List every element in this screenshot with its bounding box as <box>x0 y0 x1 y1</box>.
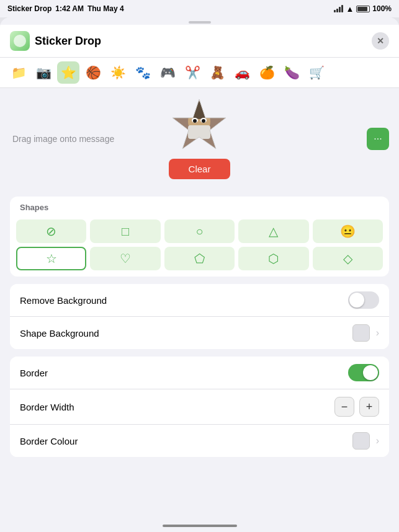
none-icon: ⊘ <box>46 224 56 239</box>
face-icon: 😐 <box>340 224 356 239</box>
toolbar-star[interactable]: ⭐ <box>57 61 79 84</box>
toolbar-fruit[interactable]: 🍊 <box>256 61 278 84</box>
shape-face[interactable]: 😐 <box>313 219 383 243</box>
star-icon: ☆ <box>46 251 57 266</box>
signal-icon <box>334 5 343 12</box>
modal-panel: 🌿 Sticker Drop ✕ 📁 📷 ⭐ 🏀 ☀️ 🐾 🎮 ✂️ 🧸 🚗 🍊… <box>0 17 399 532</box>
border-colour-label: Border Colour <box>20 436 78 446</box>
toolbar: 📁 📷 ⭐ 🏀 ☀️ 🐾 🎮 ✂️ 🧸 🚗 🍊 🍆 🛒 <box>0 58 399 88</box>
svg-point-8 <box>193 119 197 123</box>
toolbar-basketball[interactable]: 🏀 <box>82 61 104 84</box>
toolbar-cart[interactable]: 🛒 <box>305 61 328 84</box>
shape-circle[interactable]: ○ <box>164 219 235 243</box>
toolbar-camera[interactable]: 📷 <box>32 61 55 84</box>
shape-background-right: › <box>352 324 379 342</box>
circle-icon: ○ <box>195 224 203 239</box>
border-width-decrease[interactable]: − <box>334 397 354 417</box>
border-width-increase[interactable]: + <box>359 397 379 417</box>
triangle-icon: △ <box>269 224 278 239</box>
image-preview-container: Clear <box>169 98 231 179</box>
border-colour-swatch <box>352 432 370 450</box>
toggle-thumb <box>349 293 364 308</box>
border-toggle-thumb <box>363 365 378 380</box>
remove-background-label: Remove Background <box>20 295 107 306</box>
shape-background-label: Shape Background <box>20 328 99 339</box>
border-colour-right: › <box>352 432 379 450</box>
border-panel: Border Border Width − + Border Colour › <box>10 357 389 457</box>
star-image-svg <box>171 98 227 154</box>
shape-background-swatch <box>352 324 370 342</box>
shape-background-row[interactable]: Shape Background › <box>10 316 389 349</box>
svg-point-9 <box>202 119 205 123</box>
border-width-row: Border Width − + <box>10 389 389 424</box>
content-area: Drag image onto message <box>0 88 399 532</box>
toolbar-folder[interactable]: 📁 <box>7 61 30 84</box>
modal-title: Sticker Drop <box>35 35 101 48</box>
border-width-stepper: − + <box>334 397 379 417</box>
border-label: Border <box>20 368 48 378</box>
pentagon-icon: ⬠ <box>194 251 205 266</box>
shape-background-chevron: › <box>376 327 379 339</box>
pull-indicator <box>189 21 211 24</box>
app-icon: 🌿 <box>10 31 30 51</box>
border-colour-row[interactable]: Border Colour › <box>10 424 389 457</box>
square-icon: □ <box>122 224 129 239</box>
hexagon-icon: ⬡ <box>268 251 279 266</box>
border-row: Border <box>10 357 389 389</box>
border-width-label: Border Width <box>20 402 74 412</box>
toolbar-sun[interactable]: ☀️ <box>107 61 129 84</box>
shape-diamond[interactable]: ◇ <box>313 247 383 270</box>
modal-header: 🌿 Sticker Drop ✕ <box>0 25 399 58</box>
border-colour-chevron: › <box>376 435 379 446</box>
share-button[interactable]: ··· <box>367 128 389 150</box>
share-icon: ··· <box>374 133 382 144</box>
clear-button[interactable]: Clear <box>169 159 231 179</box>
shape-none[interactable]: ⊘ <box>16 219 86 243</box>
svg-point-5 <box>187 102 211 119</box>
background-panel: Remove Background Shape Background › <box>10 284 389 349</box>
status-right: ▲ 100% <box>334 4 392 14</box>
remove-background-row: Remove Background <box>10 284 389 316</box>
status-bar: Sticker Drop 1:42 AM Thu May 4 ▲ 100% <box>0 0 399 17</box>
toolbar-gamepad[interactable]: 🎮 <box>156 61 179 84</box>
drag-label: Drag image onto message <box>12 134 114 144</box>
shapes-title: Shapes <box>10 197 389 216</box>
app-name-status: Sticker Drop <box>7 4 52 13</box>
home-indicator <box>163 525 237 527</box>
heart-icon: ♡ <box>120 251 131 266</box>
shapes-panel: Shapes ⊘ □ ○ △ 😐 <box>10 197 389 277</box>
modal-title-group: 🌿 Sticker Drop <box>10 31 101 51</box>
close-button[interactable]: ✕ <box>372 32 389 50</box>
wifi-icon: ▲ <box>346 4 354 14</box>
status-day: Thu May 4 <box>87 4 124 13</box>
shapes-grid: ⊘ □ ○ △ 😐 ☆ ♡ <box>10 216 389 277</box>
shape-pentagon[interactable]: ⬠ <box>164 247 235 270</box>
battery-icon <box>356 6 370 12</box>
svg-point-0 <box>14 35 26 47</box>
toolbar-paw[interactable]: 🐾 <box>132 61 154 84</box>
status-left: Sticker Drop 1:42 AM Thu May 4 <box>7 4 124 13</box>
image-preview <box>171 98 227 154</box>
shape-triangle[interactable]: △ <box>238 219 308 243</box>
toolbar-bear[interactable]: 🧸 <box>206 61 228 84</box>
image-section: Drag image onto message <box>0 88 399 189</box>
border-toggle[interactable] <box>348 364 379 381</box>
shape-hexagon[interactable]: ⬡ <box>238 247 308 270</box>
status-time: 1:42 AM <box>55 4 84 13</box>
toolbar-eggplant[interactable]: 🍆 <box>280 61 303 84</box>
remove-background-toggle[interactable] <box>348 291 379 309</box>
shape-star[interactable]: ☆ <box>16 247 86 270</box>
shape-heart[interactable]: ♡ <box>90 247 160 270</box>
toolbar-car[interactable]: 🚗 <box>231 61 253 84</box>
toolbar-scissors[interactable]: ✂️ <box>181 61 204 84</box>
pull-bar <box>0 17 399 25</box>
shape-square[interactable]: □ <box>90 219 160 243</box>
diamond-icon: ◇ <box>343 251 352 266</box>
battery-label: 100% <box>372 4 392 13</box>
